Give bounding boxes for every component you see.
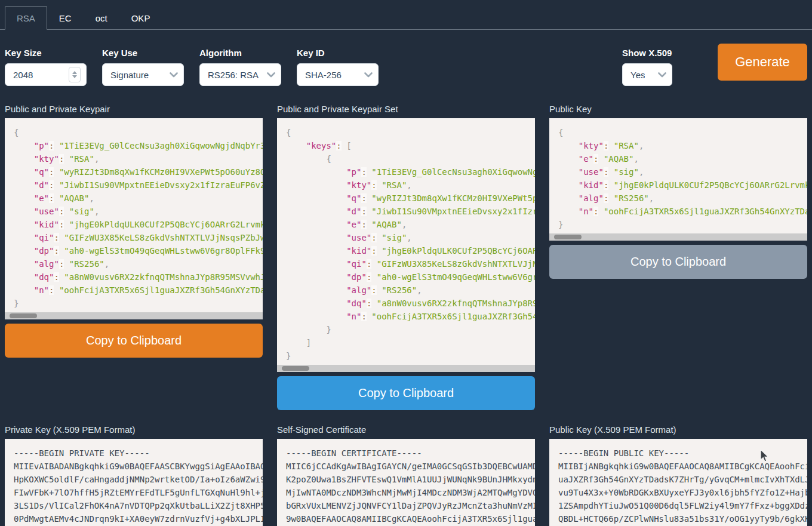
key-id-value: SHA-256: [305, 70, 342, 80]
key-use-select[interactable]: Signature: [102, 63, 184, 86]
code-line: K2poZ0Uwa1BsZHFVTEswQ1VmMlA1UUJjWUNqNk9B…: [286, 473, 535, 486]
code-line: "d": "JiwbI1Su90VMpxtnEEieDvsxy2x1fIzraE…: [286, 205, 535, 218]
code-line: FIwVFbK+7lO7hffH5jRZtEMYrEFdTLF5gUnfLTGX…: [14, 486, 263, 499]
code-line: "keys": [: [286, 139, 535, 152]
chevron-down-icon: [170, 72, 178, 78]
generate-button[interactable]: Generate: [718, 44, 807, 81]
show-x509-value: Yes: [630, 70, 645, 80]
code-line: "kid": "jhgE0kPldqULK0CUf2P5QBcYCj6OARrG…: [14, 218, 263, 231]
horizontal-scrollbar[interactable]: [277, 365, 535, 372]
code-line: ]: [286, 336, 535, 349]
code-line: "n": "oohFcijA3TXR5x6Sjl1guaJXZRf3Gh54Gn…: [286, 310, 535, 323]
code-line: -----BEGIN PUBLIC KEY-----: [558, 447, 807, 460]
code-line: "dq": "a8nW0vusv6RX2zkfnqQTMshnaJYp8R95M…: [14, 270, 263, 284]
tab-rsa[interactable]: RSA: [5, 6, 47, 30]
code-line: {: [14, 126, 263, 139]
panel-title: Public Key (X.509 PEM Format): [549, 425, 807, 435]
code-line: {: [286, 126, 535, 139]
code-line: "use": "sig",: [558, 165, 807, 179]
code-line: "alg": "RS256",: [14, 257, 263, 270]
code-line: 3LS1Ds/VlICal2FhOK4nA7nVDTQPp2qXkUtbaLLi…: [14, 499, 263, 512]
code-line: vu9Tu4X3x+Y0WbRDGKxBXUyxeYFJ3y0xl6jbh5fY…: [558, 486, 807, 499]
panel-keypair-set: Public and Private Keypair Set{ "keys": …: [277, 104, 535, 410]
horizontal-scrollbar[interactable]: [5, 312, 263, 319]
key-id-label: Key ID: [297, 48, 379, 58]
tab-okp[interactable]: OKP: [119, 6, 162, 30]
key-id-select[interactable]: SHA-256: [297, 63, 379, 86]
code-line: MIIBIjANBgkqhkiG9w0BAQEFAAOCAQ8AMIIBCgKC…: [558, 460, 807, 473]
stepper-down-icon[interactable]: [72, 75, 77, 78]
code-block: -----BEGIN PUBLIC KEY-----MIIBIjANBgkqhk…: [549, 439, 807, 526]
scrollbar-thumb[interactable]: [554, 235, 582, 239]
code-block: { "p": "1TiE3EVg_G0lCecNsu3agh0XiGqwowNg…: [5, 118, 263, 319]
code-line: "dp": "ah0-wgElS3tmO49qGeqWHLstww6V6gr8O…: [14, 244, 263, 257]
tab-ec[interactable]: EC: [47, 6, 84, 30]
field-key-use: Key UseSignature: [102, 48, 184, 86]
code-line: -----BEGIN PRIVATE KEY-----: [14, 447, 263, 460]
key-size-input[interactable]: 2048: [5, 63, 87, 86]
pem-row: Private Key (X.509 PEM Format)-----BEGIN…: [5, 425, 807, 526]
algorithm-select[interactable]: RS256: RSA: [199, 63, 281, 86]
code-line: MIIC6jCCAdKgAwIBAgIGAYCN/geIMA0GCSqGSIb3…: [286, 460, 535, 473]
panel-title: Self-Signed Certificate: [277, 425, 535, 435]
mkjwk-app: RSAECoctOKP Key Size2048Key UseSignature…: [0, 0, 812, 526]
code-line: "qi": "GIFzWU3X85KeLS8zGkdVshNTXTLVJjNsq…: [14, 231, 263, 244]
key-size-label: Key Size: [5, 48, 87, 58]
code-line: 0PdMwgtAEMv4cJNDrqn9kI+XA0eyW7zdrnVuzfVj…: [14, 512, 263, 525]
panel-keypair: Public and Private Keypair{ "p": "1TiE3E…: [5, 104, 263, 410]
code-line: {: [558, 126, 807, 139]
show-x509-field: Show X.509 Yes: [622, 48, 672, 86]
code-block: { "kty": "RSA", "e": "AQAB", "use": "sig…: [549, 118, 807, 241]
tab-oct[interactable]: oct: [84, 6, 119, 30]
code-block: { "keys": [ { "p": "1TiE3EVg_G0lCecNsu3a…: [277, 118, 535, 372]
code-line: "use": "sig",: [14, 205, 263, 218]
chevron-down-icon: [267, 72, 275, 78]
horizontal-scrollbar[interactable]: [549, 233, 807, 241]
scrollbar-thumb[interactable]: [10, 313, 37, 318]
code-line: "d": "JiwbI1Su90VMpxtnEEieDvsxy2x1fIzraE…: [14, 179, 263, 192]
code-line: "n": "oohFcijA3TXR5x6Sjl1guaJXZRf3Gh54Gn…: [14, 284, 263, 297]
key-use-value: Signature: [110, 70, 149, 80]
panel-private-key-pem: Private Key (X.509 PEM Format)-----BEGIN…: [5, 425, 263, 526]
chevron-down-icon: [658, 72, 666, 78]
number-stepper[interactable]: [69, 67, 81, 82]
copy-to-clipboard-button[interactable]: Copy to Clipboard: [5, 324, 263, 358]
algorithm-value: RS256: RSA: [208, 70, 259, 80]
code-line: "kty": "RSA",: [558, 139, 807, 152]
copy-to-clipboard-button[interactable]: Copy to Clipboard: [277, 376, 535, 410]
show-x509-label: Show X.509: [622, 48, 672, 58]
code-line: "kid": "jhgE0kPldqULK0CUf2P5QBcYCj6OARrG…: [558, 179, 807, 192]
code-line: "n": "oohFcijA3TXR5x6Sjl1guaJXZRf3Gh54Gn…: [558, 205, 807, 218]
pem-text: -----BEGIN PUBLIC KEY-----MIIBIjANBgkqhk…: [549, 439, 807, 526]
field-algorithm: AlgorithmRS256: RSA: [199, 48, 281, 86]
pem-text: -----BEGIN CERTIFICATE-----MIIC6jCCAdKgA…: [277, 439, 535, 526]
code-line: 9w0BAQEFAAOCAQ8AMIIBCgKCAQEAoohFcijA3TXR…: [286, 512, 535, 525]
jwk-row: Public and Private Keypair{ "p": "1TiE3E…: [5, 104, 807, 410]
key-size-value: 2048: [13, 70, 33, 80]
key-use-label: Key Use: [102, 48, 184, 58]
stepper-up-icon[interactable]: [72, 71, 77, 74]
jwk-json: { "p": "1TiE3EVg_G0lCecNsu3agh0XiGqwowNg…: [5, 118, 263, 312]
code-line: "e": "AQAB",: [14, 192, 263, 205]
code-line: "p": "1TiE3EVg_G0lCecNsu3agh0XiGqwowNgjd…: [286, 165, 535, 179]
code-line: "dq": "a8nW0vusv6RX2zkfnqQTMshnaJYp8R95M…: [286, 297, 535, 310]
panel-public-key-pem: Public Key (X.509 PEM Format)-----BEGIN …: [549, 425, 807, 526]
code-line: MIIEvAIBADANBgkqhkiG9w0BAQEFAASCBKYwggSi…: [14, 460, 263, 473]
code-line: "p": "1TiE3EVg_G0lCecNsu3agh0XiGqwowNgjd…: [14, 139, 263, 152]
panel-public-key: Public Key{ "kty": "RSA", "e": "AQAB", "…: [549, 104, 807, 410]
panel-title: Public and Private Keypair Set: [277, 104, 535, 114]
scrollbar-thumb[interactable]: [282, 366, 309, 371]
code-line: HpKOXWC5oldlF/caHngaddjNMNp2wrtketOD/Ia+…: [14, 473, 263, 486]
show-x509-select[interactable]: Yes: [622, 63, 672, 86]
code-line: "kty": "RSA",: [14, 152, 263, 165]
code-line: "e": "AQAB",: [558, 152, 807, 165]
code-line: "kty": "RSA",: [286, 179, 535, 192]
toolbar-fields: Key Size2048Key UseSignatureAlgorithmRS2…: [5, 48, 394, 86]
tab-bar: RSAECoctOKP: [0, 0, 812, 30]
code-line: "kid": "jhgE0kPldqULK0CUf2P5QBcYCj6OARrG…: [286, 244, 535, 257]
code-line: "dp": "ah0-wgElS3tmO49qGeqWHLstww6V6gr8O…: [286, 270, 535, 284]
field-key-id: Key IDSHA-256: [297, 48, 379, 86]
chevron-down-icon: [364, 72, 373, 78]
code-block: -----BEGIN CERTIFICATE-----MIIC6jCCAdKgA…: [277, 439, 535, 526]
copy-to-clipboard-button[interactable]: Copy to Clipboard: [549, 245, 807, 279]
